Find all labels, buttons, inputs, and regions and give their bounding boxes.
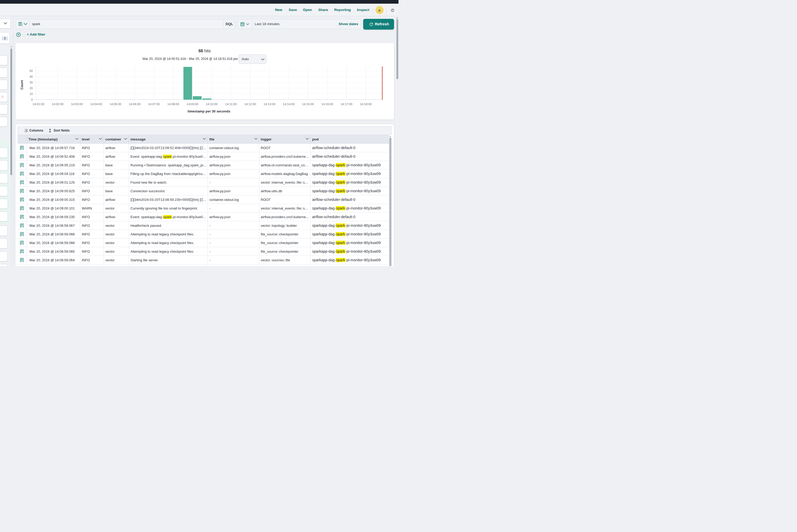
svg-text:14:11:00: 14:11:00: [225, 102, 237, 106]
svg-text:14:13:00: 14:13:00: [263, 102, 275, 106]
svg-text:14:18:00: 14:18:00: [360, 102, 372, 106]
svg-text:14:16:00: 14:16:00: [321, 102, 333, 106]
svg-text:14:07:00: 14:07:00: [148, 102, 160, 106]
svg-text:14:02:00: 14:02:00: [52, 102, 63, 106]
svg-text:14:03:00: 14:03:00: [71, 102, 83, 106]
svg-text:40: 40: [29, 75, 33, 78]
svg-text:14:04:00: 14:04:00: [90, 102, 102, 106]
svg-text:14:15:00: 14:15:00: [302, 102, 314, 106]
svg-text:14:01:00: 14:01:00: [33, 102, 44, 106]
svg-text:50: 50: [29, 69, 33, 73]
svg-text:timestamp per 30 seconds: timestamp per 30 seconds: [187, 109, 230, 113]
svg-text:14:12:00: 14:12:00: [244, 102, 256, 106]
svg-text:30: 30: [29, 81, 33, 84]
svg-text:14:08:00: 14:08:00: [167, 102, 179, 106]
svg-text:0: 0: [31, 98, 33, 101]
svg-text:14:06:00: 14:06:00: [129, 102, 141, 106]
svg-text:14:09:00: 14:09:00: [187, 102, 198, 106]
svg-text:10: 10: [29, 92, 33, 95]
svg-text:14:14:00: 14:14:00: [283, 102, 295, 106]
svg-text:14:10:00: 14:10:00: [206, 102, 218, 106]
svg-text:14:05:00: 14:05:00: [109, 102, 121, 106]
svg-text:14:17:00: 14:17:00: [340, 102, 352, 106]
svg-text:?: ?: [392, 9, 393, 12]
svg-text:20: 20: [29, 87, 33, 90]
svg-text:Count: Count: [20, 80, 23, 90]
